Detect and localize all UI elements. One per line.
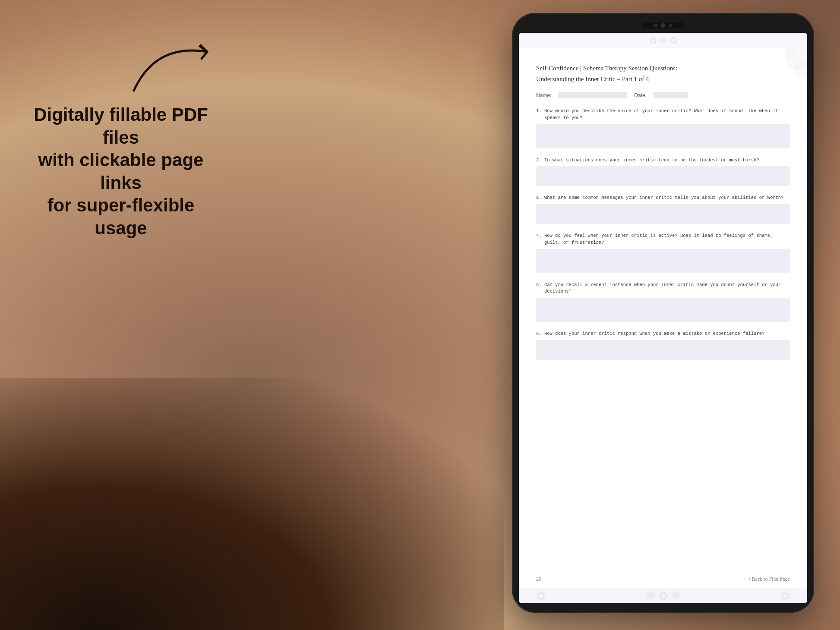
promo-text: Digitally fillable PDF files with clicka… xyxy=(26,104,216,239)
deco-top-pattern: ✿ ❋ ✿ xyxy=(649,35,677,46)
screen-top-deco: ✿ ❋ ✿ xyxy=(519,33,807,48)
corner-decoration xyxy=(764,48,807,91)
question-3: 3. What are some common messages your in… xyxy=(536,195,790,224)
question-1-text: 1. How would you describe the voice of y… xyxy=(536,108,790,122)
promo-line1: Digitally fillable PDF files xyxy=(34,104,208,148)
deco-bottom-right: ✿ xyxy=(780,589,790,603)
question-4: 4. How do you feel when your inner criti… xyxy=(536,233,790,273)
tablet-screen: ✿ ❋ ✿ Self-Confidence | Schema Therapy S… xyxy=(519,33,807,603)
answer-5[interactable] xyxy=(536,298,790,322)
question-1: 1. How would you describe the voice of y… xyxy=(536,108,790,148)
page-number: 20 xyxy=(536,576,541,583)
question-6: 6. How does your inner critic respond wh… xyxy=(536,331,790,360)
name-date-row: Name: Date: xyxy=(536,92,790,98)
date-input-display[interactable] xyxy=(654,92,688,98)
promo-line2: with clickable page links xyxy=(38,150,204,193)
document-content: Self-Confidence | Schema Therapy Session… xyxy=(519,48,807,572)
document-footer: 20 ↑ Back to First Page xyxy=(519,572,807,588)
tablet-camera xyxy=(641,22,685,28)
question-4-text: 4. How do you feel when your inner criti… xyxy=(536,233,790,246)
question-5-text: 5. Can you recall a recent instance when… xyxy=(536,282,790,296)
deco-bottom-center: ❋ ✿ ❋ xyxy=(645,589,681,603)
question-5: 5. Can you recall a recent instance when… xyxy=(536,282,790,322)
deco-bottom-left: ✿ xyxy=(536,589,546,603)
question-2: 2. In what situations does your inner cr… xyxy=(536,157,790,186)
screen-bottom-decoration: ✿ ❋ ✿ ❋ ✿ xyxy=(519,588,807,603)
question-2-text: 2. In what situations does your inner cr… xyxy=(536,157,790,164)
promo-line3: for super-flexible usage xyxy=(47,195,195,238)
name-input-display[interactable] xyxy=(558,92,627,98)
document-title: Self-Confidence | Schema Therapy Session… xyxy=(536,64,790,73)
date-label: Date: xyxy=(634,92,647,98)
answer-6[interactable] xyxy=(536,340,790,360)
question-6-text: 6. How does your inner critic respond wh… xyxy=(536,331,790,337)
name-label: Name: xyxy=(536,92,551,98)
back-to-first-page-link[interactable]: ↑ Back to First Page xyxy=(748,576,790,583)
document-subtitle: Understanding the Inner Critic – Part 1 … xyxy=(536,75,790,84)
answer-2[interactable] xyxy=(536,166,790,186)
arrow-icon xyxy=(121,26,250,104)
answer-4[interactable] xyxy=(536,249,790,273)
camera-dot-center xyxy=(661,23,665,28)
question-3-text: 3. What are some common messages your in… xyxy=(536,195,790,202)
arrow-container xyxy=(121,26,250,104)
answer-1[interactable] xyxy=(536,124,790,148)
camera-dot-right xyxy=(669,24,672,27)
camera-dot-left xyxy=(654,24,657,27)
tablet-device: ✿ ❋ ✿ Self-Confidence | Schema Therapy S… xyxy=(512,13,814,613)
answer-3[interactable] xyxy=(536,204,790,224)
